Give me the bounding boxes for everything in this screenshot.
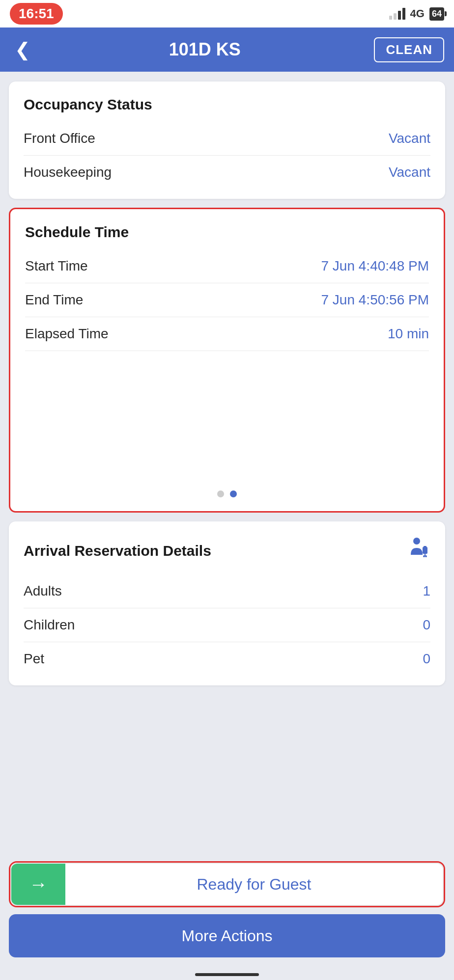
phone-frame: 16:51 4G 64 ❮ 101D KS CLEAN Occupancy St… — [0, 0, 454, 980]
arrow-right-icon: → — [29, 874, 48, 895]
dot-2[interactable] — [230, 490, 237, 497]
start-time-row: Start Time 7 Jun 4:40:48 PM — [25, 249, 429, 283]
front-office-label: Front Office — [24, 131, 95, 146]
header: ❮ 101D KS CLEAN — [0, 27, 454, 72]
network-label: 4G — [410, 7, 425, 20]
status-bar: 16:51 4G 64 — [0, 0, 454, 27]
ready-for-guest-button[interactable]: → Ready for Guest — [10, 863, 444, 906]
schedule-empty-space — [25, 351, 429, 479]
svg-rect-1 — [423, 547, 427, 554]
signal-bars-icon — [389, 8, 405, 20]
arrival-card-header: Arrival Reservation Details — [24, 536, 430, 566]
schedule-time-title: Schedule Time — [25, 224, 429, 241]
status-icons: 4G 64 — [389, 7, 444, 21]
occupancy-status-title: Occupancy Status — [24, 96, 430, 113]
battery-level: 64 — [432, 9, 442, 19]
battery-tip — [445, 11, 447, 16]
pet-row: Pet 0 — [24, 642, 430, 676]
home-bar — [195, 973, 259, 976]
svg-point-5 — [425, 555, 427, 557]
pet-value: 0 — [423, 651, 430, 667]
header-title: 101D KS — [169, 39, 241, 60]
adults-value: 1 — [423, 583, 430, 599]
children-label: Children — [24, 617, 75, 633]
elapsed-time-value: 10 min — [388, 326, 429, 342]
pet-label: Pet — [24, 651, 44, 667]
children-row: Children 0 — [24, 608, 430, 642]
children-value: 0 — [423, 617, 430, 633]
adults-row: Adults 1 — [24, 574, 430, 608]
elapsed-time-row: Elapsed Time 10 min — [25, 317, 429, 351]
adults-label: Adults — [24, 583, 62, 599]
ready-for-guest-label: Ready for Guest — [65, 875, 443, 894]
bottom-area: → Ready for Guest More Actions — [0, 861, 454, 967]
start-time-label: Start Time — [25, 258, 88, 274]
schedule-time-card: Schedule Time Start Time 7 Jun 4:40:48 P… — [9, 208, 445, 513]
dot-1[interactable] — [217, 490, 224, 497]
svg-point-0 — [413, 538, 420, 544]
back-button[interactable]: ❮ — [10, 34, 35, 65]
arrival-reservation-card: Arrival Reservation Details Adults — [9, 521, 445, 685]
main-content: Occupancy Status Front Office Vacant Hou… — [0, 72, 454, 861]
more-actions-label: More Actions — [182, 927, 273, 945]
pagination-dots — [25, 479, 429, 501]
end-time-row: End Time 7 Jun 4:50:56 PM — [25, 283, 429, 317]
battery-icon: 64 — [429, 7, 444, 21]
clean-button[interactable]: CLEAN — [374, 37, 444, 62]
end-time-label: End Time — [25, 292, 83, 308]
elapsed-time-label: Elapsed Time — [25, 326, 109, 342]
end-time-value: 7 Jun 4:50:56 PM — [321, 292, 429, 308]
housekeeping-label: Housekeeping — [24, 164, 112, 180]
svg-rect-2 — [424, 546, 426, 547]
occupancy-status-card: Occupancy Status Front Office Vacant Hou… — [9, 82, 445, 199]
status-time: 16:51 — [10, 3, 63, 25]
front-office-row: Front Office Vacant — [24, 122, 430, 156]
ready-for-guest-wrapper: → Ready for Guest — [9, 861, 445, 907]
start-time-value: 7 Jun 4:40:48 PM — [321, 258, 429, 274]
svg-point-4 — [423, 555, 425, 557]
housekeeping-row: Housekeeping Vacant — [24, 156, 430, 189]
more-actions-button[interactable]: More Actions — [9, 914, 445, 957]
home-indicator — [0, 967, 454, 980]
ready-arrow-part: → — [11, 864, 65, 905]
front-office-value: Vacant — [389, 131, 430, 146]
arrival-reservation-title: Arrival Reservation Details — [24, 543, 211, 559]
housekeeping-value: Vacant — [389, 164, 430, 180]
guest-icon — [406, 536, 430, 566]
